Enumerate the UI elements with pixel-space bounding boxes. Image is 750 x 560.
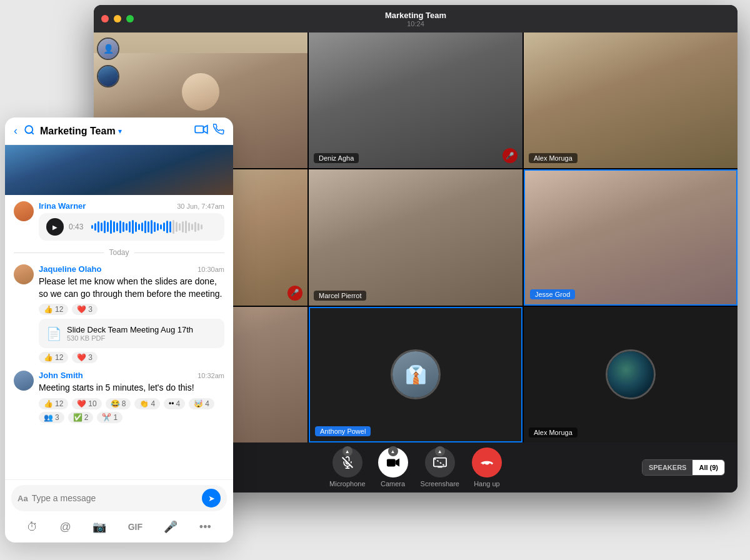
chat-title-wrap: Marketing Team ▾ xyxy=(40,126,189,137)
reaction-john-1[interactable]: 👍12 xyxy=(39,398,68,409)
message-content-irina: Irina Warner 30 Jun, 7:47am ▶ 0:43 xyxy=(39,201,224,241)
speakers-badge[interactable]: SPEAKERS All (9) xyxy=(642,459,725,476)
chat-title: Marketing Team xyxy=(40,126,116,137)
file-attachment[interactable]: 📄 Slide Deck Team Meeting Aug 17th 530 K… xyxy=(39,319,224,348)
audio-duration: 0:43 xyxy=(69,222,86,231)
message-irina: Irina Warner 30 Jun, 7:47am ▶ 0:43 xyxy=(14,201,224,241)
more-toolbar-button[interactable]: ••• xyxy=(197,518,214,536)
maximize-button[interactable] xyxy=(126,15,134,22)
participant-avatar-anthony: 👔 xyxy=(391,349,441,399)
camera-toolbar-button[interactable]: 📷 xyxy=(90,518,109,536)
chat-chevron[interactable]: ▾ xyxy=(118,127,122,136)
message-content-john: John Smith 10:32am Meeting starts in 5 m… xyxy=(39,371,224,423)
timer-button[interactable]: ⏱ xyxy=(24,518,41,536)
reaction-thumbs-up[interactable]: 👍 12 xyxy=(39,304,68,315)
chat-image-preview xyxy=(5,145,233,195)
chat-video-button[interactable] xyxy=(194,124,208,138)
traffic-lights xyxy=(101,15,134,22)
screenshare-control[interactable]: ▲ Screenshare xyxy=(421,448,459,488)
back-button[interactable]: ‹ xyxy=(14,124,18,138)
file-icon: 📄 xyxy=(46,326,62,341)
hangup-button[interactable] xyxy=(472,448,502,478)
sender-irina: Irina Warner xyxy=(39,201,86,211)
text-jaqueline: Please let me know when the slides are d… xyxy=(39,276,224,300)
participant-name-alex2: Alex Moruga xyxy=(529,428,578,438)
message-input[interactable] xyxy=(32,493,198,503)
call-name: Marketing Team xyxy=(385,11,446,20)
audio-play-button[interactable]: ▶ xyxy=(46,218,64,236)
chat-window: ‹ Marketing Team ▾ xyxy=(5,118,233,542)
gif-button[interactable]: GIF xyxy=(126,519,145,534)
sender-john: John Smith xyxy=(39,371,83,380)
reaction-heart-attach[interactable]: ❤️ 3 xyxy=(72,352,98,363)
hangup-control[interactable]: Hang up xyxy=(472,448,502,488)
chat-phone-button[interactable] xyxy=(213,124,224,138)
reaction-emoji: ❤️ xyxy=(77,305,86,314)
svg-point-7 xyxy=(25,126,32,133)
reaction-heart[interactable]: ❤️ 3 xyxy=(72,304,98,315)
sidebar-avatar-1[interactable]: 👤 xyxy=(97,38,119,60)
participant-name-deniz: Deniz Agha xyxy=(314,153,359,163)
mute-indicator-dawson: 🎤 xyxy=(288,286,302,301)
send-button[interactable]: ➤ xyxy=(202,489,221,508)
font-size-button[interactable]: Aa xyxy=(18,494,28,503)
avatar-john xyxy=(14,371,34,391)
camera-up-arrow[interactable]: ▲ xyxy=(388,446,398,456)
input-toolbar: ⏱ @ 📷 GIF 🎤 ••• xyxy=(11,516,227,538)
reaction-john-5[interactable]: ••4 xyxy=(164,398,185,409)
participant-cell-alex2: Alex Moruga xyxy=(524,307,738,442)
close-button[interactable] xyxy=(101,15,109,22)
screenshare-label: Screenshare xyxy=(421,480,459,488)
reaction-count: 12 xyxy=(55,305,63,314)
svg-marker-2 xyxy=(395,459,399,467)
time-john: 10:32am xyxy=(198,372,224,379)
reaction-thumbsup-attach[interactable]: 👍 12 xyxy=(39,352,68,363)
message-jaqueline: Jaqueline Olaho 10:30am Please let me kn… xyxy=(14,264,224,363)
speakers-text: SPEAKERS xyxy=(642,460,693,475)
participant-name-marcel: Marcel Pierrot xyxy=(314,291,366,301)
divider-line-left xyxy=(14,252,104,253)
hangup-label: Hang up xyxy=(474,480,500,488)
reaction-john-6[interactable]: 🤯4 xyxy=(189,398,214,409)
file-info: Slide Deck Team Meeting Aug 17th 530 KB … xyxy=(67,325,193,342)
mention-button[interactable]: @ xyxy=(58,518,74,536)
svg-rect-9 xyxy=(195,126,203,133)
file-type: PDF xyxy=(91,334,105,342)
screen-up-arrow[interactable]: ▲ xyxy=(435,446,445,456)
reactions-john: 👍12 ❤️10 😂8 👏4 ••4 🤯4 xyxy=(39,398,224,409)
divider-line-right xyxy=(134,252,224,253)
reaction-emoji: 👍 xyxy=(44,305,53,314)
message-john: John Smith 10:32am Meeting starts in 5 m… xyxy=(14,371,224,423)
video-title: Marketing Team 10:24 xyxy=(385,11,446,28)
reaction-john-7[interactable]: 👥3 xyxy=(39,412,64,423)
reaction-john-8[interactable]: ✅2 xyxy=(68,412,94,423)
participant-avatar-alex2 xyxy=(606,349,656,399)
reaction-john-9[interactable]: ✂️1 xyxy=(97,412,122,423)
chat-messages[interactable]: Irina Warner 30 Jun, 7:47am ▶ 0:43 xyxy=(5,195,233,479)
mic-up-arrow[interactable]: ▲ xyxy=(342,446,352,456)
reactions-john-2: 👥3 ✅2 ✂️1 xyxy=(39,412,224,423)
mic-toolbar-button[interactable]: 🎤 xyxy=(161,518,180,536)
avatar-irina xyxy=(14,201,34,221)
chat-input-area: Aa ➤ ⏱ @ 📷 GIF 🎤 ••• xyxy=(5,479,233,542)
text-john: Meeting starts in 5 minutes, let's do th… xyxy=(39,382,224,394)
message-header-john: John Smith 10:32am xyxy=(39,371,224,380)
camera-control[interactable]: ▲ Camera xyxy=(378,448,408,488)
avatar-jaqueline xyxy=(14,264,34,284)
time-jaqueline: 10:30am xyxy=(198,266,224,273)
audio-waveform xyxy=(91,219,217,234)
minimize-button[interactable] xyxy=(114,15,121,22)
audio-message[interactable]: ▶ 0:43 xyxy=(39,213,224,241)
reaction-john-2[interactable]: ❤️10 xyxy=(72,398,101,409)
microphone-control[interactable]: ▲ Microphone xyxy=(329,448,365,488)
participant-cell-jesse: Jesse Grod xyxy=(524,169,738,305)
message-input-row: Aa ➤ xyxy=(11,485,227,511)
participant-cell-anthony: 👔 Anthony Powel xyxy=(309,307,522,442)
reaction-john-4[interactable]: 👏4 xyxy=(134,398,160,409)
chat-header: ‹ Marketing Team ▾ xyxy=(5,118,233,145)
search-button[interactable] xyxy=(24,124,35,138)
message-content-jaqueline: Jaqueline Olaho 10:30am Please let me kn… xyxy=(39,264,224,363)
reaction-john-3[interactable]: 😂8 xyxy=(106,398,131,409)
sidebar-avatar-2[interactable] xyxy=(97,65,119,88)
svg-line-6 xyxy=(434,459,446,467)
